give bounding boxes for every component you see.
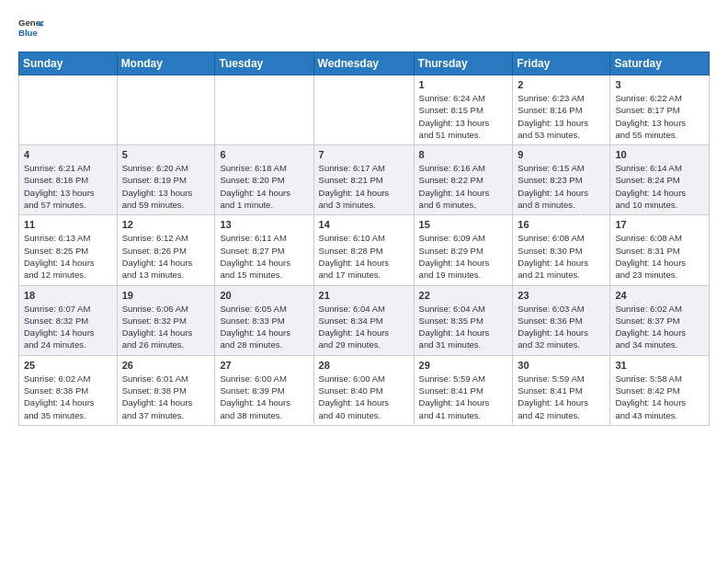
weekday-header-thursday: Thursday bbox=[414, 52, 513, 75]
day-info: Sunrise: 6:18 AMSunset: 8:20 PMDaylight:… bbox=[220, 162, 308, 211]
day-info: Sunrise: 6:14 AMSunset: 8:24 PMDaylight:… bbox=[615, 162, 704, 211]
weekday-header-sunday: Sunday bbox=[19, 52, 118, 75]
calendar-week-row: 1Sunrise: 6:24 AMSunset: 8:15 PMDaylight… bbox=[19, 75, 710, 145]
day-number: 14 bbox=[319, 219, 409, 230]
calendar-cell: 9Sunrise: 6:15 AMSunset: 8:23 PMDaylight… bbox=[513, 145, 610, 215]
calendar-cell: 2Sunrise: 6:23 AMSunset: 8:16 PMDaylight… bbox=[513, 75, 610, 145]
calendar-cell: 15Sunrise: 6:09 AMSunset: 8:29 PMDayligh… bbox=[414, 215, 513, 285]
calendar-cell: 11Sunrise: 6:13 AMSunset: 8:25 PMDayligh… bbox=[19, 215, 118, 285]
calendar-week-row: 4Sunrise: 6:21 AMSunset: 8:18 PMDaylight… bbox=[19, 145, 710, 215]
calendar-cell bbox=[117, 75, 215, 145]
day-info: Sunrise: 6:04 AMSunset: 8:34 PMDaylight:… bbox=[319, 303, 409, 351]
day-number: 24 bbox=[615, 290, 704, 301]
day-info: Sunrise: 6:13 AMSunset: 8:25 PMDaylight:… bbox=[24, 232, 112, 281]
day-info: Sunrise: 6:04 AMSunset: 8:35 PMDaylight:… bbox=[419, 303, 508, 351]
weekday-header-friday: Friday bbox=[513, 52, 610, 75]
day-number: 3 bbox=[615, 79, 704, 90]
calendar-cell bbox=[19, 75, 118, 145]
calendar-cell: 8Sunrise: 6:16 AMSunset: 8:22 PMDaylight… bbox=[414, 145, 513, 215]
day-number: 7 bbox=[319, 149, 409, 160]
calendar-cell: 12Sunrise: 6:12 AMSunset: 8:26 PMDayligh… bbox=[117, 215, 215, 285]
weekday-header-saturday: Saturday bbox=[610, 52, 710, 75]
header: General Blue bbox=[18, 15, 710, 40]
day-number: 27 bbox=[220, 360, 308, 371]
day-number: 2 bbox=[518, 79, 605, 90]
svg-text:Blue: Blue bbox=[18, 28, 38, 38]
calendar-table: SundayMondayTuesdayWednesdayThursdayFrid… bbox=[18, 52, 710, 426]
weekday-header-tuesday: Tuesday bbox=[215, 52, 313, 75]
day-info: Sunrise: 5:58 AMSunset: 8:42 PMDaylight:… bbox=[615, 373, 704, 421]
day-number: 16 bbox=[518, 219, 605, 230]
logo: General Blue bbox=[18, 15, 44, 40]
day-number: 30 bbox=[518, 360, 605, 371]
day-info: Sunrise: 6:05 AMSunset: 8:33 PMDaylight:… bbox=[220, 303, 308, 351]
day-number: 21 bbox=[319, 290, 409, 301]
day-info: Sunrise: 6:15 AMSunset: 8:23 PMDaylight:… bbox=[518, 162, 605, 211]
day-info: Sunrise: 6:11 AMSunset: 8:27 PMDaylight:… bbox=[220, 232, 308, 281]
day-info: Sunrise: 5:59 AMSunset: 8:41 PMDaylight:… bbox=[419, 373, 508, 421]
day-number: 18 bbox=[24, 290, 112, 301]
calendar-cell: 21Sunrise: 6:04 AMSunset: 8:34 PMDayligh… bbox=[313, 285, 414, 355]
page: General Blue SundayMondayTuesdayWednesda… bbox=[0, 0, 728, 444]
calendar-cell: 10Sunrise: 6:14 AMSunset: 8:24 PMDayligh… bbox=[610, 145, 710, 215]
day-info: Sunrise: 6:17 AMSunset: 8:21 PMDaylight:… bbox=[319, 162, 409, 211]
calendar-cell bbox=[215, 75, 313, 145]
day-info: Sunrise: 5:59 AMSunset: 8:41 PMDaylight:… bbox=[518, 373, 605, 421]
day-info: Sunrise: 6:12 AMSunset: 8:26 PMDaylight:… bbox=[122, 232, 210, 281]
day-number: 22 bbox=[419, 290, 508, 301]
day-number: 29 bbox=[419, 360, 508, 371]
calendar-week-row: 11Sunrise: 6:13 AMSunset: 8:25 PMDayligh… bbox=[19, 215, 710, 285]
calendar-cell: 5Sunrise: 6:20 AMSunset: 8:19 PMDaylight… bbox=[117, 145, 215, 215]
calendar-cell: 19Sunrise: 6:06 AMSunset: 8:32 PMDayligh… bbox=[117, 285, 215, 355]
day-info: Sunrise: 6:01 AMSunset: 8:38 PMDaylight:… bbox=[122, 373, 210, 421]
calendar-week-row: 25Sunrise: 6:02 AMSunset: 8:38 PMDayligh… bbox=[19, 355, 710, 425]
weekday-header-wednesday: Wednesday bbox=[313, 52, 414, 75]
day-info: Sunrise: 6:06 AMSunset: 8:32 PMDaylight:… bbox=[122, 303, 210, 351]
calendar-cell: 24Sunrise: 6:02 AMSunset: 8:37 PMDayligh… bbox=[610, 285, 710, 355]
calendar-cell: 3Sunrise: 6:22 AMSunset: 8:17 PMDaylight… bbox=[610, 75, 710, 145]
day-info: Sunrise: 6:16 AMSunset: 8:22 PMDaylight:… bbox=[419, 162, 508, 211]
calendar-cell: 29Sunrise: 5:59 AMSunset: 8:41 PMDayligh… bbox=[414, 355, 513, 425]
day-number: 1 bbox=[419, 79, 508, 90]
day-number: 5 bbox=[122, 149, 210, 160]
day-number: 12 bbox=[122, 219, 210, 230]
day-number: 31 bbox=[615, 360, 704, 371]
calendar-cell: 31Sunrise: 5:58 AMSunset: 8:42 PMDayligh… bbox=[610, 355, 710, 425]
day-number: 20 bbox=[220, 290, 308, 301]
day-info: Sunrise: 6:00 AMSunset: 8:39 PMDaylight:… bbox=[220, 373, 308, 421]
weekday-header-monday: Monday bbox=[117, 52, 215, 75]
day-number: 9 bbox=[518, 149, 605, 160]
day-info: Sunrise: 6:08 AMSunset: 8:31 PMDaylight:… bbox=[615, 232, 704, 281]
calendar-cell: 16Sunrise: 6:08 AMSunset: 8:30 PMDayligh… bbox=[513, 215, 610, 285]
calendar-cell: 17Sunrise: 6:08 AMSunset: 8:31 PMDayligh… bbox=[610, 215, 710, 285]
day-number: 26 bbox=[122, 360, 210, 371]
day-number: 28 bbox=[319, 360, 409, 371]
day-number: 17 bbox=[615, 219, 704, 230]
calendar-cell: 25Sunrise: 6:02 AMSunset: 8:38 PMDayligh… bbox=[19, 355, 118, 425]
day-number: 23 bbox=[518, 290, 605, 301]
calendar-cell: 18Sunrise: 6:07 AMSunset: 8:32 PMDayligh… bbox=[19, 285, 118, 355]
calendar-cell: 22Sunrise: 6:04 AMSunset: 8:35 PMDayligh… bbox=[414, 285, 513, 355]
calendar-cell: 13Sunrise: 6:11 AMSunset: 8:27 PMDayligh… bbox=[215, 215, 313, 285]
calendar-cell: 4Sunrise: 6:21 AMSunset: 8:18 PMDaylight… bbox=[19, 145, 118, 215]
day-info: Sunrise: 6:02 AMSunset: 8:38 PMDaylight:… bbox=[24, 373, 112, 421]
day-info: Sunrise: 6:00 AMSunset: 8:40 PMDaylight:… bbox=[319, 373, 409, 421]
day-number: 15 bbox=[419, 219, 508, 230]
day-info: Sunrise: 6:10 AMSunset: 8:28 PMDaylight:… bbox=[319, 232, 409, 281]
calendar-cell: 27Sunrise: 6:00 AMSunset: 8:39 PMDayligh… bbox=[215, 355, 313, 425]
day-info: Sunrise: 6:24 AMSunset: 8:15 PMDaylight:… bbox=[419, 92, 508, 141]
calendar-cell: 6Sunrise: 6:18 AMSunset: 8:20 PMDaylight… bbox=[215, 145, 313, 215]
calendar-cell: 26Sunrise: 6:01 AMSunset: 8:38 PMDayligh… bbox=[117, 355, 215, 425]
day-info: Sunrise: 6:02 AMSunset: 8:37 PMDaylight:… bbox=[615, 303, 704, 351]
day-number: 11 bbox=[24, 219, 112, 230]
calendar-cell: 7Sunrise: 6:17 AMSunset: 8:21 PMDaylight… bbox=[313, 145, 414, 215]
day-number: 8 bbox=[419, 149, 508, 160]
day-number: 25 bbox=[24, 360, 112, 371]
calendar-cell: 14Sunrise: 6:10 AMSunset: 8:28 PMDayligh… bbox=[313, 215, 414, 285]
day-info: Sunrise: 6:20 AMSunset: 8:19 PMDaylight:… bbox=[122, 162, 210, 211]
weekday-header-row: SundayMondayTuesdayWednesdayThursdayFrid… bbox=[19, 52, 710, 75]
day-number: 4 bbox=[24, 149, 112, 160]
calendar-cell: 30Sunrise: 5:59 AMSunset: 8:41 PMDayligh… bbox=[513, 355, 610, 425]
calendar-cell: 1Sunrise: 6:24 AMSunset: 8:15 PMDaylight… bbox=[414, 75, 513, 145]
day-number: 13 bbox=[220, 219, 308, 230]
